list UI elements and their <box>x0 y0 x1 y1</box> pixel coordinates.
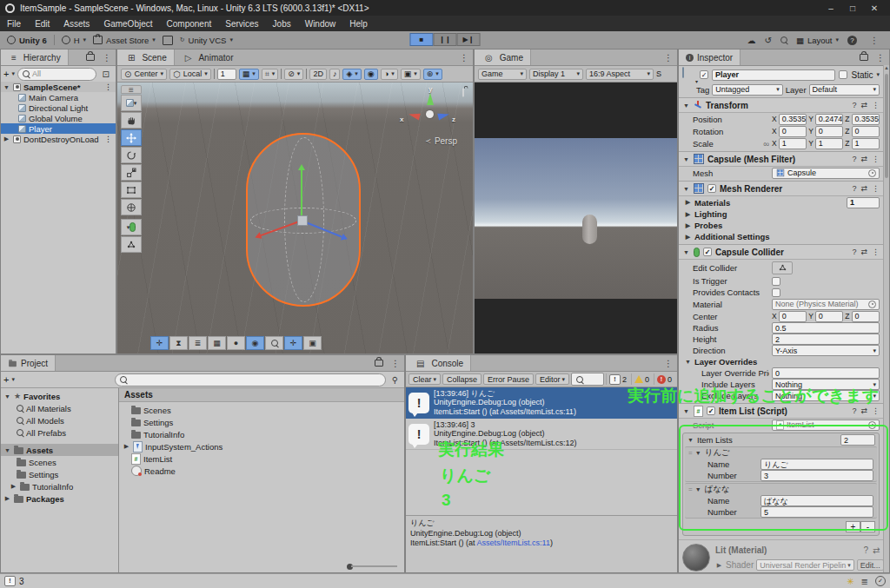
overlay-sliders-icon[interactable]: ≣ <box>189 336 207 350</box>
game-kebab-icon[interactable]: ⋮ <box>660 50 677 65</box>
clear-button[interactable]: Clear▾ <box>408 373 441 385</box>
kebab-icon[interactable]: ⋮ <box>872 184 880 193</box>
scene-viewport[interactable]: ≡ ▾ <box>117 83 473 353</box>
help-icon[interactable]: ? <box>852 406 856 415</box>
tab-scene[interactable]: ⊞ Scene <box>117 50 175 65</box>
position-x-field[interactable]: 0.35356 <box>779 114 807 125</box>
favorite-all-models[interactable]: All Models <box>1 414 118 426</box>
menu-services[interactable]: Services <box>218 19 265 29</box>
overlay-zoom-icon[interactable] <box>265 336 283 350</box>
menu-window[interactable]: Window <box>298 19 343 29</box>
component-tool-dropdown[interactable]: ▾ <box>121 219 142 235</box>
scene-kebab-icon[interactable]: ⋮ <box>104 135 114 143</box>
presets-icon[interactable]: ⇄ <box>860 248 867 256</box>
rotation-y-field[interactable]: 0 <box>815 126 843 137</box>
console-detail-pane[interactable]: りんご UnityEngine.Debug:Log (object) ItemL… <box>406 515 677 572</box>
audio-toggle[interactable]: ♪ <box>329 69 341 80</box>
help-icon[interactable]: ? <box>852 155 856 163</box>
active-checkbox[interactable]: ✓ <box>700 70 708 79</box>
menu-help[interactable]: Help <box>342 19 375 29</box>
game-viewport[interactable] <box>475 83 677 353</box>
uniform-scale-link-icon[interactable]: ∞ <box>763 139 769 149</box>
layer-dropdown[interactable]: Default▾ <box>809 84 880 96</box>
project-settings-icon[interactable]: ⚲ <box>389 375 402 385</box>
hierarchy-item-player[interactable]: Player <box>1 123 116 134</box>
material-preview[interactable] <box>682 544 710 571</box>
object-picker-icon[interactable] <box>868 301 876 308</box>
scene-picker-icon[interactable]: ⊡ <box>99 69 113 79</box>
physics-material-field[interactable]: None (Physics Material) <box>772 299 880 310</box>
tab-console[interactable]: ▤ Console <box>406 355 471 371</box>
menu-jobs[interactable]: Jobs <box>266 19 298 29</box>
mesh-renderer-header[interactable]: ▼ ✓ Mesh Renderer ?⇄⋮ <box>679 181 883 196</box>
log-count-badge[interactable]: !2 <box>606 373 629 385</box>
create-asset-button[interactable]: + <box>3 374 9 385</box>
scale-tool[interactable] <box>121 164 142 181</box>
toolbar-kebab-icon[interactable]: ⋮ <box>866 36 883 45</box>
shader-edit-button[interactable]: Edit... <box>857 559 884 571</box>
height-field[interactable]: 2 <box>772 334 880 345</box>
asset-readme[interactable]: Readme <box>119 465 404 477</box>
tag-dropdown[interactable]: Untagged▾ <box>712 84 782 96</box>
packages-row[interactable]: ▶Packages <box>1 492 118 505</box>
center-z-field[interactable]: 0 <box>852 311 880 322</box>
hierarchy-kebab-icon[interactable]: ⋮ <box>98 50 116 65</box>
center-x-field[interactable]: 0 <box>779 311 807 322</box>
rect-tool[interactable] <box>121 182 142 198</box>
hierarchy-item-global-volume[interactable]: Global Volume <box>1 113 116 123</box>
asset-inputsystem-actions[interactable]: ▶InputSystem_Actions <box>119 440 404 453</box>
materials-count-field[interactable]: 1 <box>847 197 880 208</box>
lighting-foldout[interactable]: Lighting <box>694 209 727 219</box>
z-axis-cone[interactable] <box>437 111 450 121</box>
presets-icon[interactable]: ⇄ <box>860 406 867 415</box>
help-icon[interactable]: ? <box>847 36 857 45</box>
favorites-row[interactable]: ▼★Favorites <box>1 390 118 402</box>
tree-folder-scenes[interactable]: Scenes <box>1 456 118 468</box>
pivot-mode-dropdown[interactable]: ⊙Center▾ <box>121 69 167 80</box>
scene-kebab-icon[interactable]: ⋮ <box>455 50 473 65</box>
gameobject-name-field[interactable]: Player <box>712 69 835 81</box>
help-icon[interactable]: ? <box>852 101 856 109</box>
lock-icon[interactable] <box>86 54 95 61</box>
rotation-z-field[interactable]: 0 <box>852 126 880 137</box>
aspect-dropdown[interactable]: 16:9 Aspect▾ <box>586 69 654 80</box>
2d-toggle[interactable]: 2D <box>309 69 327 80</box>
mesh-field[interactable]: Capsule <box>772 168 880 179</box>
capsule-collider-header[interactable]: ▼ ✓ Capsule Collider ?⇄⋮ <box>679 244 883 260</box>
projection-toggle[interactable]: ≺Persp <box>425 136 457 146</box>
project-kebab-icon[interactable]: ⋮ <box>387 355 404 371</box>
search-icon[interactable] <box>780 36 787 43</box>
presets-icon[interactable]: ⇄ <box>860 155 867 163</box>
kebab-icon[interactable]: ⋮ <box>872 155 880 163</box>
account-dropdown[interactable]: H▾ <box>62 36 86 45</box>
stack-trace-link[interactable]: Assets/ItemList.cs:11 <box>477 538 550 547</box>
layers-visibility-dropdown[interactable]: ◑▾ <box>381 69 398 80</box>
lock-icon[interactable] <box>860 54 868 61</box>
static-checkbox[interactable] <box>839 70 847 79</box>
editor-dropdown[interactable]: Editor▾ <box>535 373 569 385</box>
menu-file[interactable]: File <box>0 19 28 29</box>
rotation-x-field[interactable]: 0 <box>779 126 807 137</box>
overlay-view-icon[interactable]: ◉ <box>246 336 264 350</box>
x-axis-cone[interactable] <box>408 111 421 121</box>
hierarchy-search-input[interactable]: All <box>17 68 96 81</box>
scale-x-field[interactable]: 1 <box>779 138 807 149</box>
effects-dropdown[interactable]: ◈▾ <box>342 69 361 80</box>
layout-dropdown[interactable]: ▦ Layout▾ <box>796 36 839 45</box>
tool-context-dropdown[interactable]: ▾ <box>121 95 142 111</box>
center-y-field[interactable]: 0 <box>815 311 843 322</box>
lock-icon[interactable] <box>375 360 383 367</box>
cache-icon[interactable]: ≣ <box>861 577 868 586</box>
additional-settings-foldout[interactable]: Additional Settings <box>694 232 770 241</box>
asset-settings[interactable]: Settings <box>119 416 404 428</box>
mesh-renderer-checkbox[interactable]: ✓ <box>707 184 716 193</box>
tab-game[interactable]: ◎ Game <box>475 50 531 65</box>
is-trigger-checkbox[interactable] <box>772 277 780 286</box>
menu-edit[interactable]: Edit <box>28 19 56 29</box>
package-manager-button[interactable] <box>163 36 173 45</box>
provides-contacts-checkbox[interactable] <box>772 288 780 297</box>
asset-tutorialinfo[interactable]: TutorialInfo <box>119 428 404 440</box>
asset-store-dropdown[interactable]: Asset Store▾ <box>93 36 156 45</box>
gizmo-center[interactable] <box>426 110 434 118</box>
scale-z-field[interactable]: 1 <box>852 138 880 149</box>
